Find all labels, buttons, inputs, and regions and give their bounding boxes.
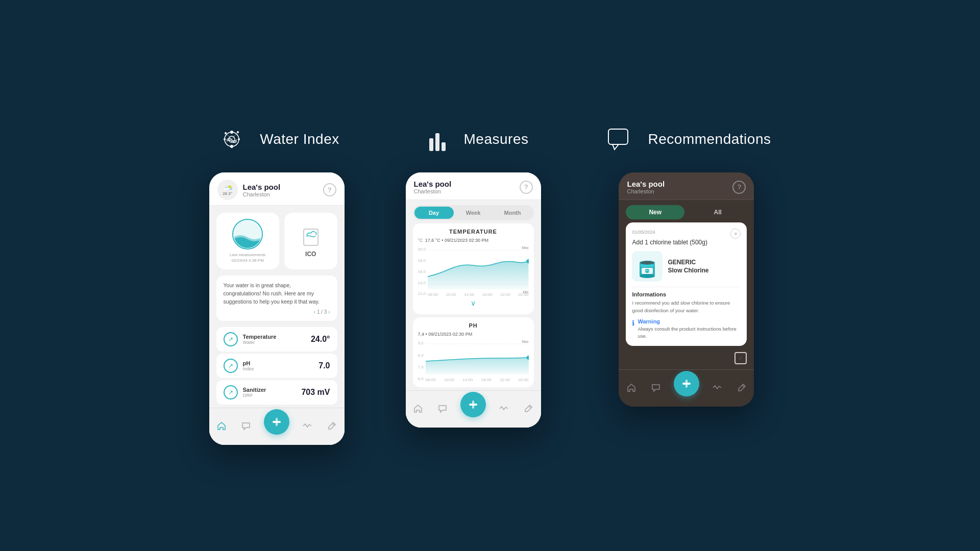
r-product-image bbox=[632, 251, 663, 282]
wi-nav-edit[interactable] bbox=[325, 419, 339, 433]
r-warning-content: Warning Always consult the product instr… bbox=[638, 318, 741, 340]
wi-prev-btn[interactable]: ‹ bbox=[314, 309, 315, 315]
wi-metrics-list: ↗ Temperature Water 24.0° ↗ pH Index bbox=[209, 324, 345, 408]
m-ph-x-axis: 06:00 10:00 14:00 18:00 22:00 02:00 bbox=[426, 378, 529, 382]
m-bottom-nav bbox=[406, 390, 541, 428]
wi-phone-content: Last measurements 02/24/24 4:38 PM ICO bbox=[209, 206, 345, 444]
m-temp-chart: TEMPERATURE °C 17,6 °C • 09/21/2023 02:3… bbox=[413, 223, 534, 314]
svg-rect-15 bbox=[276, 418, 278, 426]
r-close-button[interactable]: × bbox=[730, 229, 741, 239]
r-nav-chat[interactable] bbox=[649, 381, 663, 395]
m-tab-day[interactable]: Day bbox=[414, 207, 454, 219]
wi-ico-label: ICO bbox=[305, 251, 316, 258]
r-nav-home[interactable] bbox=[624, 381, 639, 395]
wi-last-meas: Last measurements 02/24/24 4:38 PM bbox=[230, 253, 265, 263]
wi-nav-activity[interactable] bbox=[300, 419, 314, 433]
metric-row-temperature: ↗ Temperature Water 24.0° bbox=[216, 327, 337, 352]
water-index-section: Water Index 28.3° Lea's pool Char bbox=[209, 121, 345, 444]
m-nav-chat[interactable] bbox=[435, 402, 450, 416]
m-nav-activity[interactable] bbox=[497, 402, 511, 416]
r-info-section: Informations I recommend you add slow ch… bbox=[632, 287, 741, 340]
r-check-button[interactable]: ✓ bbox=[734, 352, 747, 364]
m-tab-week[interactable]: Week bbox=[454, 207, 493, 219]
r-help-button[interactable]: ? bbox=[732, 181, 746, 194]
wi-nav-home[interactable] bbox=[214, 419, 229, 433]
svg-point-35 bbox=[641, 261, 654, 264]
r-tab-new[interactable]: New bbox=[626, 205, 684, 219]
r-warning-text: Always consult the product instructions … bbox=[638, 325, 741, 340]
svg-point-4 bbox=[224, 138, 226, 140]
m-nav-edit[interactable] bbox=[521, 402, 535, 416]
svg-point-5 bbox=[238, 138, 240, 140]
r-info-text: I recommend you add slow chlorine to ens… bbox=[632, 299, 741, 314]
svg-line-27 bbox=[529, 406, 531, 408]
m-pool-location: Charleston bbox=[414, 188, 452, 194]
m-nav-home[interactable] bbox=[411, 402, 425, 416]
m-tab-month[interactable]: Month bbox=[493, 207, 532, 219]
wi-nav-scan[interactable] bbox=[264, 409, 289, 435]
ph-icon: ↗ bbox=[224, 359, 238, 373]
measures-title: Measures bbox=[464, 131, 529, 147]
m-temp-x-axis: 06:00 10:00 14:00 18:00 22:00 02:00 bbox=[428, 292, 528, 297]
svg-point-3 bbox=[230, 145, 233, 148]
m-nav-scan[interactable] bbox=[460, 392, 486, 417]
wi-bottom-nav bbox=[209, 408, 345, 445]
metric-row-ph: ↗ pH Index 7.0 bbox=[216, 354, 337, 378]
svg-rect-18 bbox=[435, 133, 439, 151]
metric-value-ph: 7.0 bbox=[318, 361, 330, 370]
wi-icons-row: Last measurements 02/24/24 4:38 PM ICO bbox=[209, 206, 345, 272]
wi-next-btn[interactable]: › bbox=[328, 309, 330, 315]
wi-pagination: ‹ 1 / 3 › bbox=[224, 309, 330, 315]
temperature-icon: ↗ bbox=[224, 332, 238, 346]
warning-icon: ℹ bbox=[632, 319, 634, 327]
svg-line-38 bbox=[742, 385, 744, 387]
r-nav-edit[interactable] bbox=[734, 381, 749, 395]
m-temp-title: TEMPERATURE bbox=[418, 229, 529, 235]
wi-icon-circle bbox=[232, 219, 263, 249]
recommendations-section: Recommendations Lea's pool Charleston ? … bbox=[602, 121, 771, 407]
r-pool-location: Charleston bbox=[627, 188, 665, 194]
wi-suggestion-box: Your water is in great shape, congratula… bbox=[216, 276, 337, 320]
m-ph-y-axis: 9,0 8,0 7,0 6,0 bbox=[418, 340, 424, 382]
m-temp-subtitle-row: °C 17,6 °C • 09/21/2023 02:30 PM bbox=[418, 238, 529, 246]
water-index-header: Water Index bbox=[214, 121, 339, 157]
m-pool-name: Lea's pool bbox=[414, 180, 452, 188]
main-container: Water Index 28.3° Lea's pool Char bbox=[209, 106, 771, 444]
svg-rect-26 bbox=[472, 400, 474, 409]
r-nav-activity[interactable] bbox=[710, 381, 724, 395]
r-info-title: Informations bbox=[632, 291, 741, 297]
wi-pool-location: Charleston bbox=[243, 191, 281, 197]
r-rec-date: 01/05/2024 bbox=[632, 230, 655, 235]
m-ph-value: 7,4 • 09/21/2023 02:30 PM bbox=[418, 332, 473, 337]
svg-point-10 bbox=[228, 185, 231, 188]
wi-pool-info: 28.3° Lea's pool Charleston bbox=[217, 180, 281, 200]
wi-page: 1 / 3 bbox=[317, 309, 327, 315]
m-temp-expand[interactable]: ∨ bbox=[418, 297, 529, 309]
measures-phone: Lea's pool Charleston ? Day Week Month T… bbox=[406, 172, 541, 428]
recommendations-title: Recommendations bbox=[648, 131, 771, 147]
sanitizer-icon: ↗ bbox=[224, 385, 238, 399]
m-phone-content: Day Week Month TEMPERATURE °C 17,6 °C • … bbox=[406, 205, 541, 428]
wi-suggestion-text: Your water is in great shape, congratula… bbox=[224, 282, 330, 306]
m-temp-chart-svg: Max Min bbox=[428, 246, 528, 297]
wi-phone-header: 28.3° Lea's pool Charleston ? bbox=[209, 172, 345, 206]
measures-section: Measures Lea's pool Charleston ? Day Wee… bbox=[406, 121, 541, 428]
recommendations-icon bbox=[602, 121, 638, 157]
m-temp-unit: °C bbox=[418, 238, 423, 243]
m-help-button[interactable]: ? bbox=[520, 181, 533, 194]
svg-point-32 bbox=[640, 274, 655, 278]
r-tab-all[interactable]: All bbox=[689, 205, 747, 219]
m-ph-title: PH bbox=[418, 322, 529, 329]
r-footer: ✓ bbox=[619, 349, 754, 369]
metric-label-sanitizer: Sanitizer ORP bbox=[243, 387, 297, 398]
svg-rect-13 bbox=[304, 229, 318, 245]
r-product-row: GENERIC Slow Chlorine bbox=[632, 251, 741, 282]
r-nav-scan[interactable] bbox=[674, 371, 699, 396]
r-pool-name: Lea's pool bbox=[627, 180, 665, 188]
wi-help-button[interactable]: ? bbox=[323, 183, 336, 196]
wi-nav-chat[interactable] bbox=[239, 419, 253, 433]
r-warning-title: Warning bbox=[638, 318, 741, 324]
wi-water-index-box: Last measurements 02/24/24 4:38 PM bbox=[216, 213, 279, 269]
r-warning-row: ℹ Warning Always consult the product ins… bbox=[632, 318, 741, 340]
svg-rect-37 bbox=[685, 380, 688, 388]
